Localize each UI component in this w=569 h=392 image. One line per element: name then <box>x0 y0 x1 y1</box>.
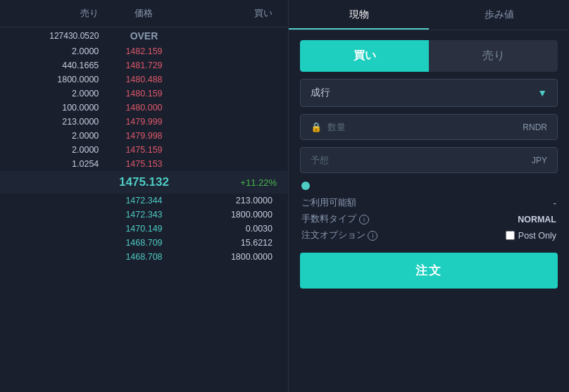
form-area: 買い 売り 成行 ▼ 🔒 RNDR JPY ご利用可能額 - <box>289 30 569 298</box>
buy-sell-toggle: 買い 売り <box>300 40 558 72</box>
order-option-info-icon[interactable]: i <box>368 231 377 241</box>
available-balance-label: ご利用可能額 <box>301 197 356 209</box>
order-book: 売り 価格 買い 127430.0520 OVER 2.0000 1482.15… <box>0 0 289 392</box>
table-row: 1470.149 0.0030 <box>0 222 288 236</box>
table-row: 2.0000 1479.998 <box>0 129 288 143</box>
over-label: OVER <box>99 30 189 42</box>
table-row: 2.0000 1475.159 <box>0 143 288 157</box>
header-sell: 売り <box>8 7 99 20</box>
table-row: 1468.709 15.6212 <box>0 236 288 250</box>
chevron-down-icon: ▼ <box>537 87 547 99</box>
quantity-unit: RNDR <box>523 122 547 132</box>
table-row: 2.0000 1482.159 <box>0 44 288 58</box>
post-only-label: Post Only <box>518 231 556 241</box>
order-button[interactable]: 注文 <box>300 253 558 289</box>
mid-price-row: 1475.132 +11.22% <box>0 171 288 194</box>
fee-type-row: 手数料タイプ i NORMAL <box>301 213 556 225</box>
table-row: 1472.344 213.0000 <box>0 194 288 208</box>
table-row: 213.0000 1479.999 <box>0 115 288 129</box>
quantity-input[interactable] <box>327 122 517 132</box>
quantity-input-row: 🔒 RNDR <box>300 114 558 140</box>
mid-price: 1475.132 <box>119 175 169 189</box>
sell-button[interactable]: 売り <box>429 40 558 72</box>
fee-info-icon[interactable]: i <box>359 215 369 225</box>
lock-icon: 🔒 <box>311 122 322 132</box>
over-sell-qty: 127430.0520 <box>8 31 99 41</box>
tab-trade-history[interactable]: 歩み値 <box>429 0 569 30</box>
available-balance-row: ご利用可能額 - <box>301 197 556 209</box>
table-row: 1472.343 1800.0000 <box>0 208 288 222</box>
mid-change: +11.22% <box>169 177 280 188</box>
order-option-label: 注文オプション i <box>301 229 377 241</box>
estimate-unit: JPY <box>532 156 547 165</box>
tabs: 現物 歩み値 <box>289 0 569 30</box>
post-only-wrapper: Post Only <box>506 231 556 241</box>
order-book-rows: 127430.0520 OVER 2.0000 1482.159 440.166… <box>0 27 288 392</box>
table-row: 1468.708 1800.0000 <box>0 250 288 264</box>
table-row: 1.0254 1475.153 <box>0 157 288 171</box>
header-buy: 買い <box>189 7 280 20</box>
available-balance-value: - <box>554 198 556 208</box>
info-section: ご利用可能額 - 手数料タイプ i NORMAL 注文オプション i <box>300 180 558 241</box>
estimate-input-row: JPY <box>300 147 558 173</box>
table-row: 100.0000 1480.000 <box>0 101 288 115</box>
post-only-checkbox[interactable] <box>506 231 515 240</box>
over-row: 127430.0520 OVER <box>0 27 288 44</box>
table-row: 1800.0000 1480.488 <box>0 72 288 87</box>
estimate-input[interactable] <box>311 155 526 165</box>
order-option-row: 注文オプション i Post Only <box>301 229 556 241</box>
table-row: 440.1665 1481.729 <box>0 58 288 72</box>
tab-spot[interactable]: 現物 <box>289 0 429 30</box>
status-dot <box>301 182 310 190</box>
header-price: 価格 <box>99 7 189 20</box>
order-type-dropdown[interactable]: 成行 ▼ <box>300 79 558 107</box>
table-row: 2.0000 1480.159 <box>0 87 288 101</box>
order-book-header: 売り 価格 買い <box>0 0 288 27</box>
trade-panel: 現物 歩み値 買い 売り 成行 ▼ 🔒 RNDR JPY <box>289 0 569 392</box>
buy-button[interactable]: 買い <box>300 40 429 72</box>
fee-type-value: NORMAL <box>518 215 556 225</box>
order-type-label: 成行 <box>311 87 330 99</box>
fee-type-label: 手数料タイプ i <box>301 213 369 225</box>
